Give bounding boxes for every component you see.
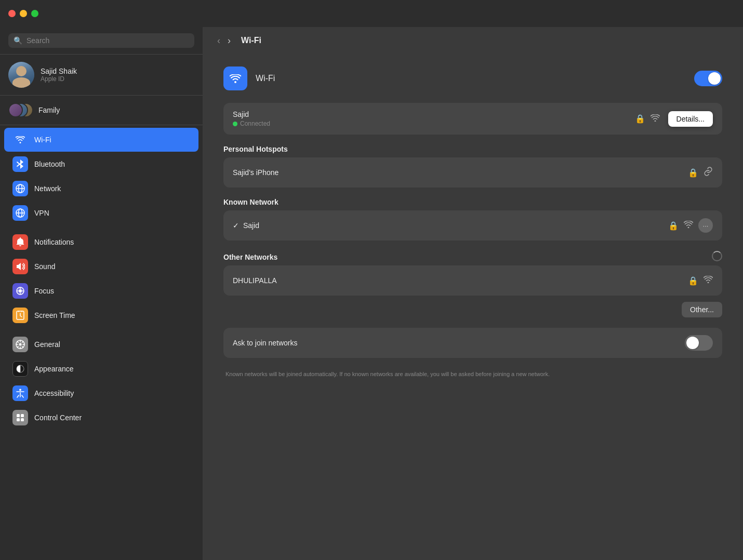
search-icon: 🔍 (14, 36, 22, 45)
known-network-label: Known Network (223, 198, 722, 206)
dhulipalla-name-wrap: DHULIPALLA (233, 276, 688, 285)
sidebar-item-screentime[interactable]: Screen Time (4, 303, 198, 327)
connected-network-row: Sajid Connected 🔒 (223, 103, 722, 135)
user-profile[interactable]: Sajid Shaik Apple ID (0, 55, 203, 96)
sidebar-item-general[interactable]: General (4, 332, 198, 356)
title-bar (0, 0, 743, 27)
bluetooth-icon (12, 156, 28, 172)
checkmark-icon: ✓ (233, 221, 239, 230)
wifi-toggle-row: Wi-Fi (223, 66, 722, 90)
sidebar-item-vpn[interactable]: VPN (4, 201, 198, 225)
sidebar-item-network[interactable]: Network (4, 177, 198, 201)
sidebar-item-wifi[interactable]: Wi-Fi (4, 128, 198, 152)
avatar (8, 62, 34, 88)
user-info: Sajid Shaik Apple ID (41, 67, 77, 83)
personal-hotspots-card: Sajid's iPhone 🔒 (223, 157, 722, 188)
accessibility-icon (12, 385, 28, 401)
controlcenter-icon (12, 410, 28, 425)
toggle-knob (708, 72, 721, 85)
dhulipalla-icons: 🔒 (688, 276, 713, 286)
sidebar-item-controlcenter[interactable]: Control Center (4, 406, 198, 430)
dhulipalla-wifi-icon (704, 276, 713, 285)
sidebar-item-sound[interactable]: Sound (4, 255, 198, 278)
svg-point-18 (708, 282, 709, 284)
sidebar-item-appearance[interactable]: Appearance (4, 357, 198, 381)
wifi-toggle[interactable] (694, 71, 722, 86)
sidebar-item-family[interactable]: Family (0, 96, 203, 125)
dhulipalla-row[interactable]: DHULIPALLA 🔒 (223, 265, 722, 296)
dhulipalla-name: DHULIPALLA (233, 276, 688, 285)
vpn-icon (12, 205, 28, 221)
sidebar-item-accessibility[interactable]: Accessibility (4, 381, 198, 405)
connected-text: Connected (240, 120, 270, 127)
sidebar-item-general-label: General (34, 340, 60, 349)
ask-join-title: Ask to join networks (233, 339, 685, 347)
svg-rect-13 (17, 418, 20, 421)
back-arrow[interactable]: ‹ (215, 34, 222, 47)
known-network-icons: 🔒 ··· (668, 218, 713, 233)
minimize-button[interactable] (20, 10, 27, 17)
user-name: Sajid Shaik (41, 67, 77, 75)
sidebar-item-focus[interactable]: Focus (4, 279, 198, 303)
other-network-button[interactable]: Other... (682, 302, 722, 317)
ask-join-knob (686, 337, 699, 349)
maximize-button[interactable] (31, 10, 38, 17)
content-header: ‹ › Wi-Fi (203, 27, 743, 54)
more-button[interactable]: ··· (698, 218, 713, 233)
screentime-icon (12, 308, 28, 323)
hotspot-link-icon (704, 167, 713, 178)
loading-spinner (712, 251, 722, 261)
connected-dot (233, 122, 237, 126)
wifi-icon-large (223, 66, 247, 90)
traffic-lights (8, 10, 38, 17)
main-layout: 🔍 Search Sajid Shaik Apple ID Family (0, 27, 743, 560)
content-area: ‹ › Wi-Fi Wi-Fi (203, 27, 743, 560)
sidebar-item-notifications[interactable]: Notifications (4, 230, 198, 254)
details-button[interactable]: Details... (668, 111, 713, 127)
hotspot-row: Sajid's iPhone 🔒 (223, 157, 722, 188)
known-wifi-icon (684, 221, 693, 230)
family-label: Family (38, 106, 60, 114)
dhulipalla-lock-icon: 🔒 (688, 276, 698, 286)
sound-icon (12, 259, 28, 274)
connected-network-name: Sajid (233, 110, 635, 118)
svg-point-17 (688, 227, 689, 229)
connected-network-card: Sajid Connected 🔒 (223, 103, 722, 135)
ask-join-card: Ask to join networks (223, 328, 722, 358)
search-container: 🔍 Search (0, 27, 203, 55)
notifications-icon (12, 234, 28, 250)
lock-icon: 🔒 (635, 114, 645, 124)
sidebar: 🔍 Search Sajid Shaik Apple ID Family (0, 27, 203, 560)
sidebar-item-appearance-label: Appearance (34, 365, 74, 373)
family-avatar-1 (8, 103, 23, 117)
sidebar-item-sound-label: Sound (34, 262, 55, 271)
sidebar-item-bluetooth-label: Bluetooth (34, 160, 65, 168)
network-icon (12, 181, 28, 196)
svg-point-10 (19, 389, 21, 391)
connected-network-icons: 🔒 (635, 114, 660, 124)
sidebar-item-network-label: Network (34, 184, 61, 193)
sidebar-item-controlcenter-label: Control Center (34, 414, 82, 422)
sidebar-item-focus-label: Focus (34, 287, 54, 295)
ask-join-info: Ask to join networks (233, 339, 685, 347)
nav-arrows: ‹ › (215, 34, 233, 47)
close-button[interactable] (8, 10, 16, 17)
svg-point-8 (19, 343, 22, 346)
search-box[interactable]: 🔍 Search (8, 33, 194, 48)
wifi-toggle-label: Wi-Fi (256, 74, 686, 83)
ask-join-row: Ask to join networks (223, 328, 722, 358)
svg-rect-11 (17, 414, 20, 417)
content-body: Wi-Fi Sajid Connected 🔒 (203, 54, 743, 560)
family-avatars (8, 101, 32, 119)
ask-join-toggle[interactable] (685, 335, 713, 351)
other-networks-label: Other Networks (223, 253, 712, 261)
appearance-icon (12, 361, 28, 377)
known-network-name: Sajid (243, 221, 668, 230)
sidebar-item-screentime-label: Screen Time (34, 311, 75, 319)
known-network-name-wrap: Sajid (243, 221, 668, 230)
hotspot-lock-icon: 🔒 (688, 168, 698, 178)
known-network-row: ✓ Sajid 🔒 (223, 210, 722, 241)
sidebar-item-bluetooth[interactable]: Bluetooth (4, 152, 198, 176)
forward-arrow[interactable]: › (225, 34, 233, 47)
sidebar-item-notifications-label: Notifications (34, 238, 74, 246)
